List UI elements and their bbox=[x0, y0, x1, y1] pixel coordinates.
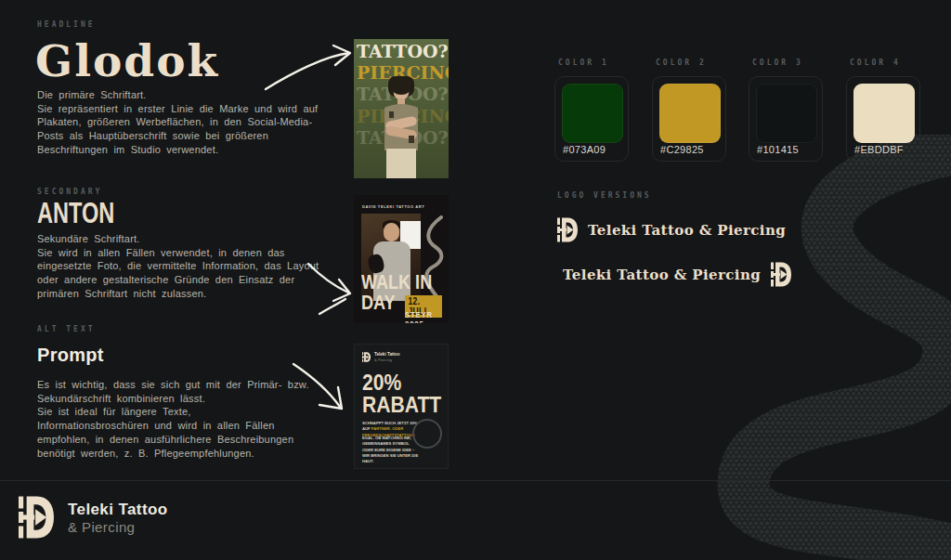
poster3-brand-block: Teleki Tattoo & Piercing bbox=[374, 352, 400, 362]
color-1-hex: #073A09 bbox=[563, 144, 606, 155]
section-label-secondary: SECONDARY bbox=[37, 188, 102, 196]
logo-versions-label: LOGO VERSIONS bbox=[557, 191, 652, 200]
footer-brand-lockup: Teleki Tattoo & Piercing bbox=[19, 496, 168, 539]
teleki-monogram-icon bbox=[19, 496, 54, 539]
primary-font-name: Glodok bbox=[35, 39, 219, 83]
poster3-logo-mark-icon bbox=[362, 352, 371, 362]
poster-walk-in-day: DAVID TELEKI TATTOO ART WALK IN DAY 12. … bbox=[354, 195, 449, 323]
poster2-title-line2: DAY bbox=[361, 293, 395, 313]
color-4-hex: #EBDDBF bbox=[854, 144, 904, 155]
secondary-font-name-wrap: ANTON bbox=[37, 199, 139, 228]
arrow-to-poster-1 bbox=[263, 43, 356, 97]
secondary-font-name: ANTON bbox=[37, 199, 114, 228]
footer-brand-text: Teleki Tattoo & Piercing bbox=[68, 501, 168, 535]
alt-font-name: Prompt bbox=[37, 345, 104, 364]
poster-rabatt: Teleki Tattoo & Piercing 20% RABATT SCHN… bbox=[354, 344, 449, 469]
color-1-label: COLOR 1 bbox=[558, 59, 609, 67]
teleki-monogram-icon bbox=[771, 262, 791, 287]
snake-illustration bbox=[617, 135, 951, 560]
poster2-title-line1: WALK IN bbox=[361, 272, 432, 293]
poster-tattoo-piercing: TATTOO? PIERCING? TATTOO? PIERCING? TATT… bbox=[354, 39, 449, 178]
poster1-model-figure bbox=[354, 39, 449, 178]
poster2-location: STEYR 2025 bbox=[405, 310, 444, 323]
alt-font-description: Es ist wichtig, dass sie sich gut mit de… bbox=[37, 378, 330, 460]
color-2-card: #C29825 bbox=[652, 76, 726, 162]
poster3-circle-ornament bbox=[412, 419, 442, 449]
color-2-hex: #C29825 bbox=[660, 144, 704, 155]
section-label-headline: HEADLINE bbox=[37, 20, 96, 29]
footer-divider bbox=[0, 480, 951, 481]
color-1-swatch bbox=[562, 84, 623, 143]
color-2-label: COLOR 2 bbox=[656, 59, 707, 67]
footer-brand-line2: & Piercing bbox=[68, 519, 168, 535]
footer-brand-line1: Teleki Tattoo bbox=[68, 501, 168, 519]
color-4-card: #EBDDBF bbox=[846, 76, 920, 162]
brand-guide-page: HEADLINE Glodok Die primäre Schriftart. … bbox=[0, 0, 951, 560]
arrow-to-poster-3 bbox=[292, 358, 355, 420]
primary-font-description: Die primäre Schriftart. Sie repräsentier… bbox=[37, 88, 325, 157]
color-4-swatch bbox=[853, 84, 915, 143]
poster3-title-line2: RABATT bbox=[362, 395, 441, 416]
color-3-hex: #101415 bbox=[757, 144, 799, 155]
poster3-copy-body: EGAL, OB MATCHING INK, GEMEINSAMES SYMBO… bbox=[362, 436, 420, 464]
logo-lockup-horizontal-right: Teleki Tattoo & Piercing bbox=[563, 262, 791, 287]
poster3-title-line1-wrap: 20% bbox=[362, 372, 407, 394]
color-1-card: #073A09 bbox=[554, 76, 629, 162]
poster2-title-line2-wrap: DAY bbox=[361, 293, 402, 313]
color-3-card: #101415 bbox=[749, 76, 823, 162]
logo-wordmark: Teleki Tattoo & Piercing bbox=[563, 267, 761, 283]
poster2-location-wrap: STEYR 2025 bbox=[405, 310, 449, 323]
color-3-swatch bbox=[756, 84, 817, 143]
logo-wordmark: Teleki Tattoo & Piercing bbox=[588, 222, 786, 239]
poster2-head-shape bbox=[384, 223, 399, 241]
teleki-monogram-icon bbox=[557, 217, 578, 242]
poster3-brand-line1: Teleki Tattoo bbox=[374, 352, 400, 358]
color-3-label: COLOR 3 bbox=[752, 59, 803, 67]
poster3-title-line2-wrap: RABATT bbox=[362, 395, 449, 416]
poster3-title-line1: 20% bbox=[362, 372, 401, 394]
secondary-font-description: Sekundäre Schriftart. Sie wird in allen … bbox=[37, 232, 325, 301]
color-2-swatch bbox=[659, 84, 721, 143]
color-4-label: COLOR 4 bbox=[850, 59, 901, 67]
arrow-to-poster-2 bbox=[306, 260, 357, 321]
section-label-alt-text: ALT TEXT bbox=[37, 325, 96, 333]
poster2-title-line1-wrap: WALK IN bbox=[361, 272, 448, 293]
logo-lockup-horizontal-left: Teleki Tattoo & Piercing bbox=[557, 217, 786, 242]
poster2-kicker: DAVID TELEKI TATTOO ART bbox=[362, 204, 424, 209]
poster3-brand-line2: & Piercing bbox=[374, 358, 400, 362]
